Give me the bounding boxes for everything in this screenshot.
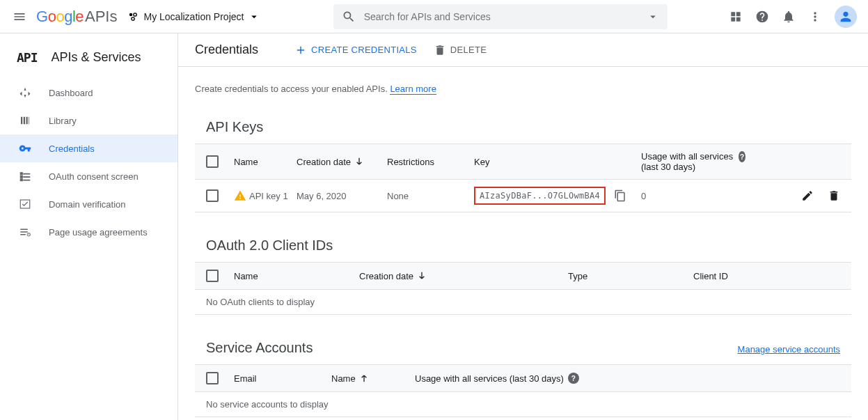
library-icon bbox=[17, 114, 33, 127]
menu-button[interactable] bbox=[11, 8, 28, 25]
sidebar-item-oauth[interactable]: OAuth consent screen bbox=[0, 162, 177, 190]
key-icon bbox=[17, 142, 33, 155]
select-all-checkbox[interactable] bbox=[206, 155, 219, 168]
col-key[interactable]: Key bbox=[474, 157, 641, 167]
project-icon bbox=[128, 11, 139, 22]
avatar[interactable] bbox=[835, 6, 857, 28]
col-restrictions[interactable]: Restrictions bbox=[387, 157, 474, 167]
api-logo-icon: API bbox=[17, 50, 38, 65]
oauth-col-name[interactable]: Name bbox=[234, 271, 359, 281]
col-date[interactable]: Creation date bbox=[297, 156, 387, 167]
search-dropdown-icon[interactable] bbox=[647, 10, 659, 23]
learn-more-link[interactable]: Learn more bbox=[390, 84, 436, 95]
sidebar-item-usage[interactable]: Page usage agreements bbox=[0, 218, 177, 246]
oauth-empty: No OAuth clients to display bbox=[195, 290, 851, 315]
nav-label: Library bbox=[49, 116, 77, 126]
service-title: Service Accounts bbox=[206, 340, 313, 356]
trash-icon bbox=[434, 44, 446, 56]
help-icon[interactable] bbox=[755, 10, 769, 24]
api-keys-table-head: Name Creation date Restrictions Key Usag… bbox=[195, 143, 851, 180]
content: Credentials CREATE CREDENTIALS DELETE Cr… bbox=[178, 33, 868, 420]
oauth-col-date[interactable]: Creation date bbox=[359, 270, 568, 281]
searchbox[interactable] bbox=[333, 4, 668, 29]
consent-icon bbox=[17, 170, 33, 182]
sidebar-heading: APIs & Services bbox=[52, 50, 141, 65]
notification-icon[interactable] bbox=[782, 10, 796, 24]
oauth-col-clientid[interactable]: Client ID bbox=[693, 271, 840, 281]
row-checkbox[interactable] bbox=[206, 189, 219, 202]
apis-label: APIs bbox=[85, 8, 117, 26]
topbar-icons bbox=[729, 6, 857, 28]
help-circle-icon[interactable]: ? bbox=[568, 373, 579, 384]
create-credentials-button[interactable]: CREATE CREDENTIALS bbox=[294, 44, 417, 56]
key-value-cell: AIzaSyDBaF...O7GLOwmBA4 bbox=[474, 187, 641, 205]
service-table-head: Email Name Usage with all services (last… bbox=[195, 364, 851, 392]
api-key-value: AIzaSyDBaF...O7GLOwmBA4 bbox=[474, 187, 606, 205]
service-empty: No service accounts to display bbox=[195, 392, 851, 417]
oauth-col-type[interactable]: Type bbox=[568, 271, 693, 281]
verify-icon bbox=[17, 198, 33, 210]
search-icon bbox=[342, 10, 356, 24]
sidebar: API APIs & Services Dashboard Library Cr… bbox=[0, 33, 178, 420]
oauth-select-all[interactable] bbox=[206, 270, 219, 282]
service-select-all[interactable] bbox=[206, 372, 219, 384]
content-body: Create credentials to access your enable… bbox=[178, 67, 868, 420]
delete-button[interactable]: DELETE bbox=[434, 44, 487, 56]
col-name[interactable]: Name bbox=[234, 157, 297, 167]
nav-label: Credentials bbox=[49, 143, 95, 154]
sidebar-item-library[interactable]: Library bbox=[0, 107, 177, 134]
service-col-name[interactable]: Name bbox=[331, 373, 415, 384]
nav-label: Domain verification bbox=[49, 199, 126, 210]
warning-icon bbox=[234, 189, 246, 202]
oauth-title: OAuth 2.0 Client IDs bbox=[206, 238, 851, 254]
nav-label: OAuth consent screen bbox=[49, 171, 139, 182]
content-header: Credentials CREATE CREDENTIALS DELETE bbox=[178, 33, 868, 67]
dropdown-icon bbox=[248, 10, 260, 23]
main: API APIs & Services Dashboard Library Cr… bbox=[0, 33, 868, 420]
svg-point-2 bbox=[132, 17, 134, 20]
service-col-usage[interactable]: Usage with all services (last 30 days) ? bbox=[415, 373, 840, 384]
project-selector[interactable]: My Localization Project bbox=[128, 10, 260, 23]
key-usage-cell: 0 bbox=[641, 191, 745, 201]
google-apis-logo[interactable]: Google APIs bbox=[36, 8, 117, 26]
sidebar-item-domain[interactable]: Domain verification bbox=[0, 190, 177, 218]
svg-point-1 bbox=[134, 13, 136, 15]
more-icon[interactable] bbox=[808, 10, 822, 24]
sidebar-item-dashboard[interactable]: Dashboard bbox=[0, 79, 177, 107]
key-restr-cell: None bbox=[387, 191, 474, 201]
intro-text: Create credentials to access your enable… bbox=[195, 84, 851, 94]
manage-service-link[interactable]: Manage service accounts bbox=[738, 344, 840, 355]
oauth-table-head: Name Creation date Type Client ID bbox=[195, 262, 851, 290]
topbar: Google APIs My Localization Project bbox=[0, 0, 868, 33]
help-circle-icon[interactable]: ? bbox=[739, 151, 745, 162]
edit-icon[interactable] bbox=[801, 189, 814, 202]
delete-row-icon[interactable] bbox=[828, 189, 840, 202]
service-col-email[interactable]: Email bbox=[234, 373, 331, 384]
svg-point-0 bbox=[129, 13, 132, 15]
sidebar-title[interactable]: API APIs & Services bbox=[0, 42, 177, 79]
dashboard-icon bbox=[17, 86, 33, 99]
copy-icon[interactable] bbox=[614, 189, 626, 202]
api-key-row: API key 1 May 6, 2020 None AIzaSyDBaF...… bbox=[195, 180, 851, 212]
google-logo: Google bbox=[36, 8, 84, 26]
plus-icon bbox=[294, 44, 307, 56]
agreements-icon bbox=[17, 226, 33, 238]
search-input[interactable] bbox=[364, 11, 647, 22]
page-title: Credentials bbox=[195, 42, 258, 57]
hamburger-icon bbox=[13, 10, 26, 24]
create-label: CREATE CREDENTIALS bbox=[311, 45, 417, 55]
sort-down-icon bbox=[354, 156, 365, 167]
api-keys-title: API Keys bbox=[206, 119, 851, 135]
sort-down-icon bbox=[416, 270, 427, 281]
gift-icon[interactable] bbox=[729, 10, 743, 24]
nav-label: Dashboard bbox=[49, 88, 93, 98]
key-date-cell: May 6, 2020 bbox=[297, 191, 387, 201]
project-name: My Localization Project bbox=[143, 11, 244, 22]
sidebar-item-credentials[interactable]: Credentials bbox=[0, 134, 177, 162]
delete-label: DELETE bbox=[450, 45, 487, 55]
sort-up-icon bbox=[358, 373, 370, 384]
col-usage[interactable]: Usage with all services (last 30 days) ? bbox=[641, 151, 745, 172]
nav-label: Page usage agreements bbox=[49, 227, 148, 238]
key-name-cell[interactable]: API key 1 bbox=[234, 189, 297, 202]
